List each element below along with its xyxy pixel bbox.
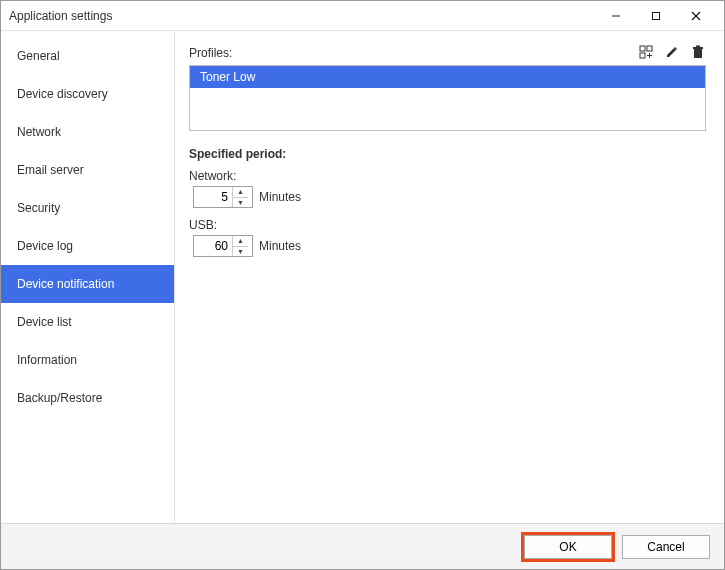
plus-grid-icon [639, 45, 653, 62]
add-profile-button[interactable] [638, 45, 654, 61]
specified-period-title: Specified period: [189, 147, 706, 161]
profile-name: Toner Low [200, 70, 255, 84]
sidebar-item-label: Email server [17, 163, 84, 177]
sidebar-item-label: Device list [17, 315, 72, 329]
svg-rect-10 [693, 47, 703, 49]
minimize-button[interactable] [596, 2, 636, 30]
usb-label: USB: [189, 218, 706, 232]
button-label: Cancel [647, 540, 684, 554]
profiles-toolbar [638, 45, 706, 61]
maximize-button[interactable] [636, 2, 676, 30]
spinner-down-button[interactable]: ▼ [233, 247, 248, 257]
sidebar-item-email-server[interactable]: Email server [1, 151, 174, 189]
close-button[interactable] [676, 2, 716, 30]
window-title: Application settings [9, 9, 596, 23]
sidebar-item-backup-restore[interactable]: Backup/Restore [1, 379, 174, 417]
sidebar-item-label: Device notification [17, 277, 114, 291]
network-minutes-spinner[interactable]: ▲ ▼ [193, 186, 253, 208]
chevron-up-icon: ▲ [237, 188, 244, 195]
chevron-up-icon: ▲ [237, 237, 244, 244]
ok-button[interactable]: OK [524, 535, 612, 559]
spinner-up-button[interactable]: ▲ [233, 187, 248, 198]
trash-icon [691, 45, 705, 62]
svg-rect-11 [696, 45, 700, 47]
sidebar-item-network[interactable]: Network [1, 113, 174, 151]
spinner-up-button[interactable]: ▲ [233, 236, 248, 247]
usb-period-field: USB: ▲ ▼ Minutes [189, 218, 706, 257]
body: General Device discovery Network Email s… [1, 31, 724, 523]
network-minutes-input[interactable] [194, 187, 232, 207]
sidebar: General Device discovery Network Email s… [1, 31, 175, 523]
sidebar-item-label: Device discovery [17, 87, 108, 101]
sidebar-item-label: Security [17, 201, 60, 215]
edit-profile-button[interactable] [664, 45, 680, 61]
sidebar-item-label: Network [17, 125, 61, 139]
chevron-down-icon: ▼ [237, 199, 244, 206]
window-controls [596, 2, 716, 30]
sidebar-item-label: Device log [17, 239, 73, 253]
usb-unit: Minutes [259, 239, 301, 253]
network-label: Network: [189, 169, 706, 183]
sidebar-item-label: General [17, 49, 60, 63]
button-label: OK [559, 540, 576, 554]
usb-minutes-spinner[interactable]: ▲ ▼ [193, 235, 253, 257]
sidebar-item-device-discovery[interactable]: Device discovery [1, 75, 174, 113]
cancel-button[interactable]: Cancel [622, 535, 710, 559]
pencil-icon [665, 45, 679, 62]
sidebar-item-device-notification[interactable]: Device notification [1, 265, 174, 303]
titlebar: Application settings [1, 1, 724, 31]
svg-rect-6 [640, 53, 645, 58]
svg-rect-1 [653, 12, 660, 19]
delete-profile-button[interactable] [690, 45, 706, 61]
sidebar-item-device-list[interactable]: Device list [1, 303, 174, 341]
sidebar-item-general[interactable]: General [1, 37, 174, 75]
sidebar-item-device-log[interactable]: Device log [1, 227, 174, 265]
svg-rect-5 [647, 46, 652, 51]
sidebar-item-security[interactable]: Security [1, 189, 174, 227]
profiles-label: Profiles: [189, 46, 638, 60]
profiles-header: Profiles: [189, 45, 706, 61]
profile-row[interactable]: Toner Low [190, 66, 705, 88]
chevron-down-icon: ▼ [237, 248, 244, 255]
spinner-down-button[interactable]: ▼ [233, 198, 248, 208]
svg-rect-4 [640, 46, 645, 51]
sidebar-item-label: Backup/Restore [17, 391, 102, 405]
main-panel: Profiles: [175, 31, 724, 523]
network-period-field: Network: ▲ ▼ Minutes [189, 169, 706, 208]
profiles-list[interactable]: Toner Low [189, 65, 706, 131]
footer: OK Cancel [1, 523, 724, 569]
network-unit: Minutes [259, 190, 301, 204]
sidebar-item-label: Information [17, 353, 77, 367]
sidebar-item-information[interactable]: Information [1, 341, 174, 379]
usb-minutes-input[interactable] [194, 236, 232, 256]
svg-rect-9 [694, 49, 702, 58]
settings-window: Application settings General Device disc… [0, 0, 725, 570]
